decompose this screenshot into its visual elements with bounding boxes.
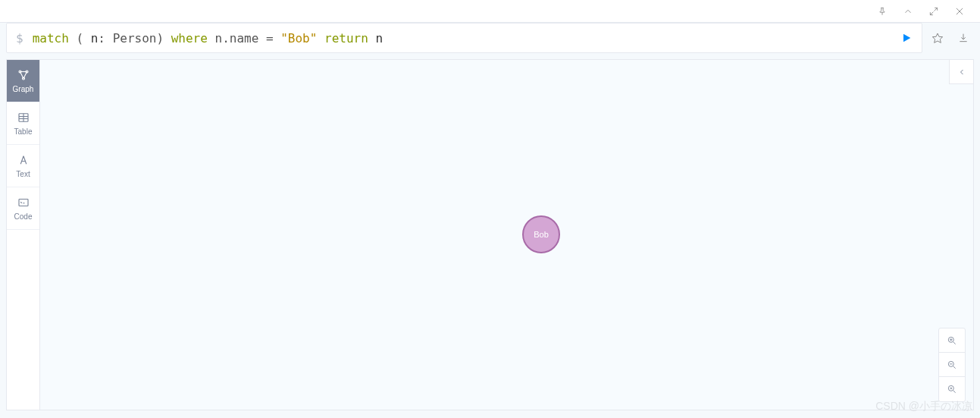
query-side-actions — [927, 23, 974, 53]
chevron-up-icon[interactable] — [903, 6, 913, 17]
prompt-sign: $ — [16, 31, 23, 46]
graph-node-bob[interactable]: Bob — [522, 215, 560, 253]
zoom-controls — [938, 328, 966, 402]
tab-table[interactable]: Table — [7, 102, 39, 145]
zoom-out-button[interactable] — [939, 353, 965, 377]
svg-line-8 — [20, 72, 23, 79]
download-icon[interactable] — [957, 32, 969, 44]
tab-label: Graph — [13, 85, 34, 93]
collapse-panel-button[interactable] — [949, 60, 973, 84]
svg-line-23 — [953, 391, 956, 393]
node-label: Bob — [534, 230, 549, 239]
svg-marker-3 — [932, 33, 942, 42]
result-frame: Graph Table Text Code Bob — [6, 59, 974, 410]
tab-text[interactable]: Text — [7, 145, 39, 187]
svg-line-16 — [953, 341, 956, 344]
svg-point-22 — [948, 385, 953, 391]
svg-rect-14 — [19, 200, 28, 206]
view-tabs: Graph Table Text Code — [7, 60, 40, 410]
favorite-icon[interactable] — [931, 32, 944, 44]
run-query-button[interactable] — [897, 24, 916, 52]
tab-label: Code — [14, 212, 33, 221]
query-editor-row: $ match ( n: Person) where n.name = "Bob… — [6, 23, 974, 53]
svg-line-9 — [23, 72, 27, 79]
svg-line-20 — [953, 366, 956, 368]
zoom-fit-button[interactable] — [939, 377, 965, 401]
query-text[interactable]: match ( n: Person) where n.name = "Bob" … — [33, 31, 897, 46]
tab-label: Text — [16, 170, 30, 178]
svg-point-24 — [950, 388, 952, 389]
expand-icon[interactable] — [928, 6, 939, 17]
tab-graph[interactable]: Graph — [7, 60, 39, 102]
pin-icon[interactable] — [877, 6, 888, 17]
query-editor[interactable]: $ match ( n: Person) where n.name = "Bob… — [6, 23, 922, 53]
svg-marker-2 — [903, 34, 910, 42]
close-icon[interactable] — [954, 6, 965, 17]
tab-code[interactable]: Code — [7, 187, 39, 230]
graph-canvas[interactable]: Bob — [40, 60, 973, 410]
window-controls — [0, 0, 980, 23]
zoom-in-button[interactable] — [939, 328, 965, 353]
tab-label: Table — [14, 127, 33, 136]
